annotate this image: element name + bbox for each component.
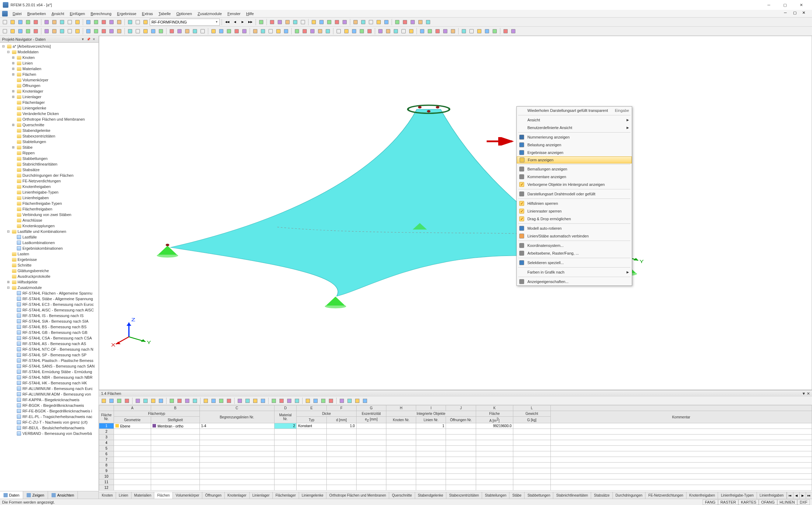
toolbar-nav[interactable]: ▶▶ xyxy=(247,19,254,26)
table-toolbar-btn[interactable] xyxy=(123,397,130,404)
tree-item-anschl-sse[interactable]: Anschlüsse xyxy=(0,217,99,223)
toolbar-button-43[interactable] xyxy=(358,28,365,35)
toolbar-button-2[interactable] xyxy=(17,28,24,35)
toolbar-button-35[interactable] xyxy=(394,19,401,26)
navigator-tab-ansichten[interactable]: Ansichten xyxy=(48,491,78,499)
toolbar-button-38[interactable] xyxy=(417,19,424,26)
tree-module[interactable]: RF-STAHL NTC-DF - Bemessung nach N xyxy=(0,346,99,352)
tree-item-knoten[interactable]: ⊞Knoten xyxy=(0,55,99,60)
maximize-button[interactable]: ▢ xyxy=(777,0,793,10)
tree-module[interactable]: RF-STAHL AS - Bemessung nach AS xyxy=(0,341,99,346)
tree-item-fe-netzverdichtungen[interactable]: FE-Netzverdichtungen xyxy=(0,178,99,184)
context-menu-item[interactable]: Belastung anzeigen xyxy=(517,141,632,149)
tree-item-fl-chen[interactable]: ⊞Flächen xyxy=(0,72,99,77)
toolbar-button-26[interactable] xyxy=(218,28,225,35)
toolbar-button-10[interactable] xyxy=(85,28,92,35)
toolbar-button-24[interactable] xyxy=(299,19,306,26)
context-menu-item[interactable]: Koordinatensystem... xyxy=(517,242,632,249)
toolbar-button-36[interactable] xyxy=(401,19,408,26)
tree-item-ausdruckprotokolle[interactable]: Ausdruckprotokolle xyxy=(0,274,99,279)
tree-item-ergebnisse[interactable]: Ergebnisse xyxy=(0,257,99,262)
toolbar-button-48[interactable] xyxy=(400,28,407,35)
tree-modelldaten[interactable]: ⊟Modelldaten xyxy=(0,49,99,55)
toolbar-button-32[interactable] xyxy=(367,19,374,26)
toolbar-button-13[interactable] xyxy=(108,19,115,26)
status-toggle-ofang[interactable]: OFANG xyxy=(759,499,777,505)
toolbar-button-10[interactable] xyxy=(85,19,92,26)
table-tab--ffnungen[interactable]: Öffnungen xyxy=(202,492,225,499)
tree-item-volumenk-rper[interactable]: Volumenkörper xyxy=(0,77,99,83)
table-toolbar-btn[interactable] xyxy=(225,397,232,404)
status-toggle-fang[interactable]: FANG xyxy=(703,499,718,505)
tree-item-stabnichtlinearit-ten[interactable]: Stabnichtlinearitäten xyxy=(0,161,99,167)
context-menu-item[interactable]: Selektieren speziell... xyxy=(517,259,632,267)
toolbar-button-0[interactable] xyxy=(1,19,8,26)
tree-zusatzmodule[interactable]: ⊟Zusatzmodule xyxy=(0,285,99,290)
menu-zusatzmodule[interactable]: Zusatzmodule xyxy=(195,11,225,16)
table-tab-fl-chen[interactable]: Flächen xyxy=(154,492,173,499)
toolbar-button-33[interactable] xyxy=(275,28,282,35)
menu-ansicht[interactable]: Ansicht xyxy=(49,11,67,16)
tree-item-stabbettungen[interactable]: Stabbettungen xyxy=(0,156,99,161)
toolbar-button-26[interactable] xyxy=(318,19,325,26)
toolbar-button-19[interactable] xyxy=(157,28,164,35)
menu-hilfe[interactable]: Hilfe xyxy=(243,11,257,16)
toolbar-button-5[interactable] xyxy=(43,19,50,26)
toolbar-button-46[interactable] xyxy=(385,28,392,35)
table-tab-nav[interactable]: ▶ xyxy=(799,492,806,499)
table-toolbar-btn[interactable] xyxy=(361,397,368,404)
table-tab-stabteilungen[interactable]: Stabteilungen xyxy=(482,492,509,499)
table-tab-liniengelenke[interactable]: Liniengelenke xyxy=(299,492,327,499)
tree-item--ffnungen[interactable]: Öffnungen xyxy=(0,83,99,88)
table-tab-linienfreigaben[interactable]: Linienfreigaben xyxy=(757,492,787,499)
tree-item-materialien[interactable]: ⊞Materialien xyxy=(0,66,99,72)
toolbar-button-9[interactable] xyxy=(74,28,81,35)
tree-item-linien[interactable]: ⊞Linien xyxy=(0,60,99,66)
menu-ergebnisse[interactable]: Ergebnisse xyxy=(114,11,139,16)
toolbar-button-11[interactable] xyxy=(93,28,100,35)
table-toolbar-btn[interactable] xyxy=(278,397,285,404)
toolbar-button-30[interactable] xyxy=(352,19,359,26)
table-toolbar-btn[interactable] xyxy=(252,397,259,404)
tree-module[interactable]: RF-STAHL SP - Bemessung nach SP xyxy=(0,352,99,358)
menu-berechnung[interactable]: Berechnung xyxy=(88,11,114,16)
tree-item-linienfreigabe-typen[interactable]: Linienfreigabe-Typen xyxy=(0,189,99,195)
toolbar-button-11[interactable] xyxy=(93,19,100,26)
toolbar-button-33[interactable] xyxy=(375,19,382,26)
table-toolbar-btn[interactable] xyxy=(108,397,115,404)
toolbar-button-38[interactable] xyxy=(317,28,324,35)
table-tab-knoten[interactable]: Knoten xyxy=(99,492,116,499)
toolbar-button-14[interactable] xyxy=(116,19,123,26)
toolbar-button-22[interactable] xyxy=(284,19,291,26)
tree-module[interactable]: VERBAND - Bemessung von Dachverbä xyxy=(0,431,99,436)
toolbar-button-40[interactable] xyxy=(335,28,342,35)
toolbar-button-22[interactable] xyxy=(184,28,191,35)
table-tab-linienlager[interactable]: Linienlager xyxy=(250,492,273,499)
menu-einfügen[interactable]: Einfügen xyxy=(67,11,88,16)
tree-module[interactable]: RF-STAHL CSA - Bemessung nach CSA xyxy=(0,335,99,341)
table-toolbar-btn[interactable] xyxy=(259,397,266,404)
table-tab-stabexzentrizit-ten[interactable]: Stabexzentrizitäten xyxy=(446,492,482,499)
toolbar-button-16[interactable] xyxy=(134,19,141,26)
tree-module[interactable]: RF-BEUL - Beulsicherheitsnachweis xyxy=(0,425,99,431)
tree-module[interactable]: RF-C-ZU-T - Nachweis von grenz (c/t) xyxy=(0,419,99,425)
status-toggle-kartes[interactable]: KARTES xyxy=(738,499,759,505)
tree-module[interactable]: RF-STAHL EC3 - Bemessung nach Euroc xyxy=(0,302,99,307)
toolbar-button-29[interactable] xyxy=(341,19,348,26)
context-menu-item[interactable]: Linien/Stäbe automatisch verbinden xyxy=(517,232,632,240)
toolbar-button-50[interactable] xyxy=(419,28,426,35)
table-tab-nav[interactable]: ⏮ xyxy=(787,492,793,499)
tree-module[interactable]: RF-ALUMINIUM - Bemessung nach Eurc xyxy=(0,386,99,391)
toolbar-button-51[interactable] xyxy=(426,28,433,35)
tree-item-st-be[interactable]: ⊞Stäbe xyxy=(0,144,99,150)
table-toolbar-btn[interactable] xyxy=(327,397,334,404)
status-toggle-dxf[interactable]: DXF xyxy=(797,499,810,505)
tree-item-hilfsobjekte[interactable]: ⊞Hilfsobjekte xyxy=(0,279,99,285)
tree-item-stabendgelenke[interactable]: Stabendgelenke xyxy=(0,128,99,133)
toolbar-button-25[interactable] xyxy=(310,19,317,26)
toolbar-button-21[interactable] xyxy=(276,19,283,26)
toolbar-button-21[interactable] xyxy=(176,28,183,35)
table-toolbar-btn[interactable] xyxy=(218,397,225,404)
navigator-tab-zeigen[interactable]: Zeigen xyxy=(23,491,48,499)
toolbar-button-29[interactable] xyxy=(241,28,248,35)
